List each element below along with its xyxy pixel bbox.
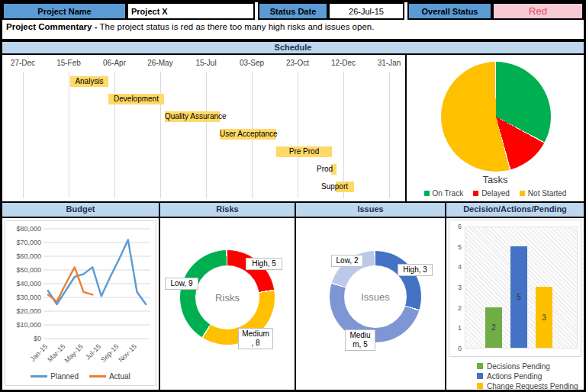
gantt-bar: User Acceptance bbox=[220, 129, 276, 140]
bar-column: 3 bbox=[536, 287, 552, 348]
bar-column: 2 bbox=[485, 307, 502, 348]
legend-label: On Track bbox=[433, 189, 464, 198]
gantt-gridline bbox=[389, 72, 390, 198]
tasks-pie-title: Tasks bbox=[407, 174, 584, 185]
gantt-date-label: 31-Jan bbox=[366, 59, 412, 67]
legend-swatch bbox=[520, 191, 525, 196]
bar-axis-label: 1 bbox=[452, 324, 462, 332]
gantt-bar: Development bbox=[108, 94, 164, 104]
decisions-bar-legend: Decisions PendingActions PendingChange R… bbox=[477, 361, 578, 391]
legend-swatch bbox=[477, 373, 483, 379]
bar-axis-label: 5 bbox=[452, 243, 462, 251]
legend-label: Delayed bbox=[481, 189, 510, 198]
legend-swatch bbox=[477, 363, 483, 369]
legend-swatch bbox=[473, 191, 478, 196]
project-dashboard: Project Name Project X Status Date 26-Ju… bbox=[0, 0, 586, 392]
gantt-date-label: 27-Dec bbox=[0, 59, 46, 67]
bar-value-label: 2 bbox=[491, 323, 496, 332]
legend-item: Actions Pending bbox=[477, 371, 578, 381]
status-date-label: Status Date bbox=[258, 2, 328, 20]
legend-label: Actions Pending bbox=[487, 372, 542, 381]
svg-text:$50,000: $50,000 bbox=[16, 266, 41, 274]
svg-text:$80,000: $80,000 bbox=[16, 225, 41, 233]
svg-text:Jan-15: Jan-15 bbox=[29, 342, 50, 363]
bar-column: 5 bbox=[510, 246, 527, 348]
gantt-bar: Quality Assurance bbox=[165, 111, 220, 122]
svg-text:$60,000: $60,000 bbox=[16, 252, 41, 260]
legend-item: Actual bbox=[89, 372, 130, 381]
legend-swatch bbox=[477, 383, 483, 389]
budget-panel-title: Budget bbox=[2, 203, 159, 218]
gantt-gridline bbox=[114, 72, 115, 198]
decisions-bar-chart: 6543210253 bbox=[449, 220, 581, 357]
bottom-section: Budget $80,000$70,000$60,000$50,000$40,0… bbox=[2, 203, 584, 390]
tasks-pie-chart bbox=[441, 62, 551, 172]
svg-text:Sep-15: Sep-15 bbox=[99, 342, 121, 364]
legend-label: Actual bbox=[109, 372, 130, 381]
schedule-section: 27-Dec15-Feb06-Apr26-May15-Jul03-Sep23-O… bbox=[2, 55, 584, 203]
donut-callout: Medium, 5 bbox=[345, 329, 375, 351]
bar-axis-label: 2 bbox=[452, 304, 462, 312]
legend-swatch bbox=[31, 375, 47, 378]
risks-panel: Risks RisksHigh, 5Medium, 8Low, 9 bbox=[159, 203, 295, 390]
commentary-text: The project status is red as there too m… bbox=[98, 22, 375, 31]
donut-callout: Low, 9 bbox=[165, 278, 198, 290]
donut-center-label: Risks bbox=[195, 265, 259, 329]
svg-text:Nov-15: Nov-15 bbox=[117, 342, 138, 364]
bar-axis-label: 3 bbox=[452, 284, 462, 291]
issues-panel: Issues IssuesHigh, 3Medium, 5Low, 2 bbox=[295, 203, 445, 390]
decisions-panel-title: Decision/Actions/Pending bbox=[446, 203, 584, 218]
project-name-value[interactable]: Project X bbox=[127, 2, 255, 20]
header-row: Project Name Project X Status Date 26-Ju… bbox=[2, 2, 584, 20]
gantt-date-label: 26-May bbox=[137, 59, 183, 67]
gantt-gridline bbox=[23, 72, 24, 198]
gantt-date-label: 23-Oct bbox=[275, 59, 320, 67]
gantt-date-label: 06-Apr bbox=[92, 59, 137, 67]
project-commentary[interactable]: Project Commentary - The project status … bbox=[2, 20, 584, 40]
svg-text:$30,000: $30,000 bbox=[16, 294, 41, 301]
gantt-date-label: 12-Dec bbox=[320, 59, 366, 67]
gantt-chart: 27-Dec15-Feb06-Apr26-May15-Jul03-Sep23-O… bbox=[2, 55, 405, 201]
decisions-panel-body: 6543210253 Decisions PendingActions Pend… bbox=[446, 218, 584, 388]
budget-panel: Budget $80,000$70,000$60,000$50,000$40,0… bbox=[2, 203, 159, 390]
svg-text:May-15: May-15 bbox=[63, 342, 85, 364]
legend-swatch bbox=[424, 191, 430, 196]
gantt-gridline bbox=[298, 72, 298, 198]
schedule-section-title: Schedule bbox=[2, 40, 584, 55]
gantt-gridline bbox=[69, 72, 69, 198]
bar-value-label: 5 bbox=[517, 293, 521, 301]
legend-swatch bbox=[89, 375, 106, 378]
gantt-gridline bbox=[343, 72, 344, 198]
budget-chart: $80,000$70,000$60,000$50,000$40,000$30,0… bbox=[5, 220, 156, 386]
bar-axis-label: 4 bbox=[452, 263, 462, 271]
gantt-date-label: 03-Sep bbox=[229, 59, 275, 67]
legend-label: Decisions Pending bbox=[487, 362, 550, 371]
risks-donut-chart: RisksHigh, 5Medium, 8Low, 9 bbox=[160, 218, 295, 388]
bar-plot-area: 253 bbox=[465, 227, 578, 349]
legend-item: Not Started bbox=[520, 189, 567, 198]
gantt-bar: Analysis bbox=[70, 76, 108, 87]
gantt-gridline bbox=[206, 72, 207, 198]
svg-text:$10,000: $10,000 bbox=[16, 321, 41, 329]
gantt-gridline bbox=[160, 72, 161, 198]
overall-status-label: Overall Status bbox=[407, 2, 492, 20]
budget-panel-body: $80,000$70,000$60,000$50,000$40,000$30,0… bbox=[2, 218, 159, 388]
svg-text:$70,000: $70,000 bbox=[16, 239, 41, 246]
gantt-bar: Pre Prod bbox=[276, 146, 332, 157]
bar-axis-label: 6 bbox=[452, 223, 462, 230]
project-name-label: Project Name bbox=[2, 2, 127, 20]
budget-legend: PlannedActual bbox=[5, 372, 156, 381]
status-date-value[interactable]: 26-Jul-15 bbox=[328, 2, 404, 20]
legend-item: Delayed bbox=[473, 189, 510, 198]
donut-callout: High, 3 bbox=[398, 264, 433, 276]
legend-item: Decisions Pending bbox=[477, 361, 578, 371]
legend-item: On Track bbox=[424, 189, 464, 198]
legend-label: Change Requests Pending bbox=[487, 382, 578, 390]
budget-line-chart: $80,000$70,000$60,000$50,000$40,000$30,0… bbox=[5, 221, 155, 366]
bar-axis-label: 0 bbox=[452, 345, 462, 352]
risks-panel-title: Risks bbox=[160, 203, 295, 218]
legend-item: Change Requests Pending bbox=[477, 381, 578, 390]
svg-text:$40,000: $40,000 bbox=[16, 280, 41, 288]
issues-panel-title: Issues bbox=[296, 203, 445, 218]
overall-status-badge[interactable]: Red bbox=[492, 2, 584, 20]
